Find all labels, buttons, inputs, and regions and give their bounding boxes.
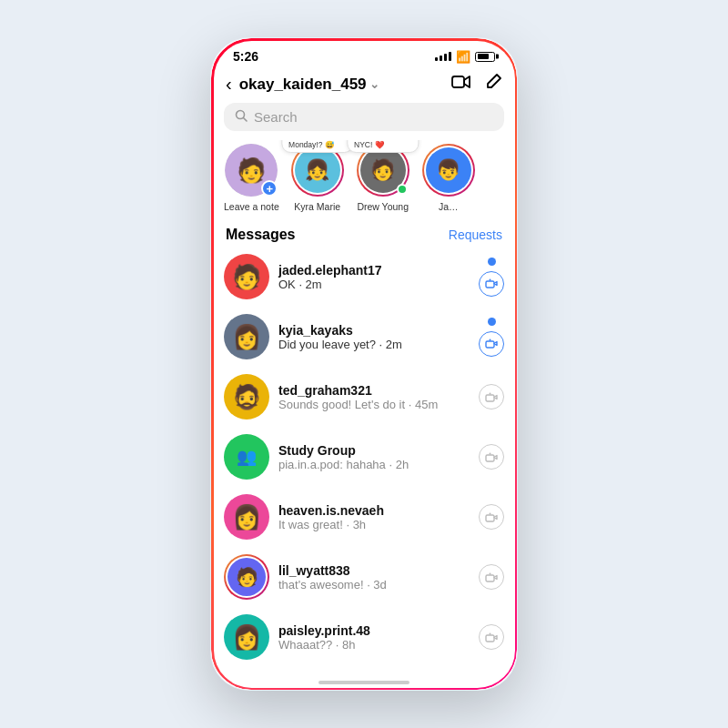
story-note-drew: Finally landing inNYC! ❤️ <box>347 140 419 153</box>
svg-rect-0 <box>452 76 464 87</box>
signal-icon <box>435 52 451 61</box>
msg-name-study: Study Group <box>278 443 470 458</box>
svg-point-6 <box>490 339 491 341</box>
message-item-kyia[interactable]: 👩 kyia_kayaks Did you leave yet? · 2m <box>211 307 517 367</box>
story-label-leave-note: Leave a note <box>224 201 279 212</box>
story-label-kyra: Kyra Marie <box>294 201 340 212</box>
msg-right-kyia <box>479 318 504 357</box>
svg-point-8 <box>490 392 491 394</box>
story-avatar-ja: 👦 <box>422 144 475 197</box>
plus-badge: + <box>261 180 278 197</box>
story-label-ja: Ja… <box>439 201 459 212</box>
camera-button-lil-wyatt[interactable] <box>479 564 504 590</box>
search-placeholder: Search <box>254 109 298 125</box>
home-bar <box>211 668 517 690</box>
svg-point-4 <box>490 279 491 281</box>
msg-right-ted <box>479 384 504 410</box>
username-label: okay_kaiden_459 <box>239 76 367 94</box>
msg-preview-study: pia.in.a.pod: hahaha · 2h <box>278 458 470 471</box>
message-item-study[interactable]: 👥 Study Group pia.in.a.pod: hahaha · 2h <box>211 427 517 487</box>
svg-rect-11 <box>486 515 494 521</box>
msg-avatar-jaded: 🧑 <box>224 254 269 299</box>
svg-rect-3 <box>486 281 494 288</box>
msg-name-paisley: paisley.print.48 <box>278 623 470 638</box>
status-time: 5:26 <box>233 49 258 64</box>
phone-content: 5:26 📶 ‹ okay_kaiden_459 ⌄ <box>211 38 517 690</box>
story-label-drew: Drew Young <box>357 201 409 212</box>
msg-preview-ted: Sounds good! Let's do it · 45m <box>278 398 470 411</box>
camera-button-ted[interactable] <box>479 384 504 410</box>
msg-body-paisley: paisley.print.48 Whaaat?? · 8h <box>278 623 470 652</box>
svg-rect-13 <box>486 575 494 581</box>
camera-button-jaded[interactable] <box>479 271 504 297</box>
msg-name-lil-wyatt: lil_wyatt838 <box>278 563 470 578</box>
msg-right-paisley <box>479 624 504 650</box>
unread-dot-jaded <box>488 258 496 266</box>
msg-body-study: Study Group pia.in.a.pod: hahaha · 2h <box>278 443 470 471</box>
svg-point-12 <box>490 512 491 514</box>
requests-link[interactable]: Requests <box>449 228 502 242</box>
back-button[interactable]: ‹ <box>226 74 232 95</box>
wifi-icon: 📶 <box>456 50 470 64</box>
message-item-heaven[interactable]: 👩 heaven.is.nevaeh It was great! · 3h <box>211 487 517 547</box>
msg-right-study <box>479 444 504 470</box>
svg-point-10 <box>490 452 491 454</box>
message-item-lil-wyatt[interactable]: 🧑 lil_wyatt838 that's awesome! · 3d <box>211 547 517 607</box>
stories-row: 🧑 + Leave a note Why is tomorrowMonday!?… <box>211 140 517 221</box>
msg-body-kyia: kyia_kayaks Did you leave yet? · 2m <box>278 323 470 351</box>
header-icons <box>451 73 502 96</box>
story-item-ja[interactable]: 👦 Ja… <box>421 144 476 212</box>
battery-icon <box>475 52 495 62</box>
msg-name-kyia: kyia_kayaks <box>278 323 470 338</box>
story-note-kyra: Why is tomorrowMonday!? 😅 <box>281 140 353 153</box>
message-item-paisley[interactable]: 👩 paisley.print.48 Whaaat?? · 8h <box>211 607 517 667</box>
svg-rect-7 <box>486 395 494 401</box>
camera-button-paisley[interactable] <box>479 624 504 650</box>
message-item-ted[interactable]: 🧔 ted_graham321 Sounds good! Let's do it… <box>211 367 517 427</box>
msg-preview-heaven: It was great! · 3h <box>278 518 470 531</box>
msg-name-ted: ted_graham321 <box>278 383 470 398</box>
msg-avatar-kyia: 👩 <box>224 314 269 359</box>
camera-button-heaven[interactable] <box>479 504 504 530</box>
msg-preview-jaded: OK · 2m <box>278 278 470 291</box>
svg-rect-5 <box>486 341 494 348</box>
msg-avatar-paisley: 👩 <box>224 614 269 660</box>
msg-name-jaded: jaded.elephant17 <box>278 263 470 278</box>
camera-button-study[interactable] <box>479 444 504 470</box>
msg-avatar-ted: 🧔 <box>224 374 269 420</box>
msg-avatar-lil-wyatt: 🧑 <box>224 554 269 600</box>
compose-icon[interactable] <box>484 73 502 96</box>
message-item-jaded[interactable]: 🧑 jaded.elephant17 OK · 2m <box>211 247 517 307</box>
video-call-icon[interactable] <box>451 75 471 94</box>
story-item-leave-note[interactable]: 🧑 + Leave a note <box>224 144 279 212</box>
svg-point-16 <box>490 632 491 634</box>
msg-body-ted: ted_graham321 Sounds good! Let's do it ·… <box>278 383 470 411</box>
chevron-down-icon: ⌄ <box>369 77 379 91</box>
msg-right-lil-wyatt <box>479 564 504 590</box>
msg-body-lil-wyatt: lil_wyatt838 that's awesome! · 3d <box>278 563 470 592</box>
msg-right-jaded <box>479 258 504 297</box>
msg-preview-paisley: Whaaat?? · 8h <box>278 638 470 652</box>
msg-right-heaven <box>479 504 504 530</box>
svg-rect-15 <box>486 635 494 642</box>
svg-line-2 <box>244 118 248 122</box>
unread-dot-kyia <box>488 318 496 326</box>
msg-avatar-heaven: 👩 <box>224 494 269 540</box>
message-list: 🧑 jaded.elephant17 OK · 2m <box>211 247 517 668</box>
messages-header: Messages Requests <box>211 221 517 247</box>
search-icon <box>235 109 248 125</box>
messages-title: Messages <box>226 227 296 243</box>
msg-name-heaven: heaven.is.nevaeh <box>278 503 470 518</box>
status-bar: 5:26 📶 <box>211 38 517 67</box>
camera-button-kyia[interactable] <box>479 331 504 357</box>
svg-point-14 <box>490 572 491 574</box>
search-bar[interactable]: Search <box>224 103 504 131</box>
online-indicator-drew <box>397 184 408 195</box>
msg-preview-lil-wyatt: that's awesome! · 3d <box>278 578 470 592</box>
home-indicator <box>318 681 410 684</box>
header-title[interactable]: okay_kaiden_459 ⌄ <box>239 76 444 94</box>
msg-avatar-study: 👥 <box>224 434 269 480</box>
story-item-drew-young[interactable]: Finally landing inNYC! ❤️ 🧑 Drew Young <box>356 144 410 212</box>
msg-body-heaven: heaven.is.nevaeh It was great! · 3h <box>278 503 470 531</box>
story-item-kyra-marie[interactable]: Why is tomorrowMonday!? 😅 👧 Kyra Marie <box>290 144 345 212</box>
